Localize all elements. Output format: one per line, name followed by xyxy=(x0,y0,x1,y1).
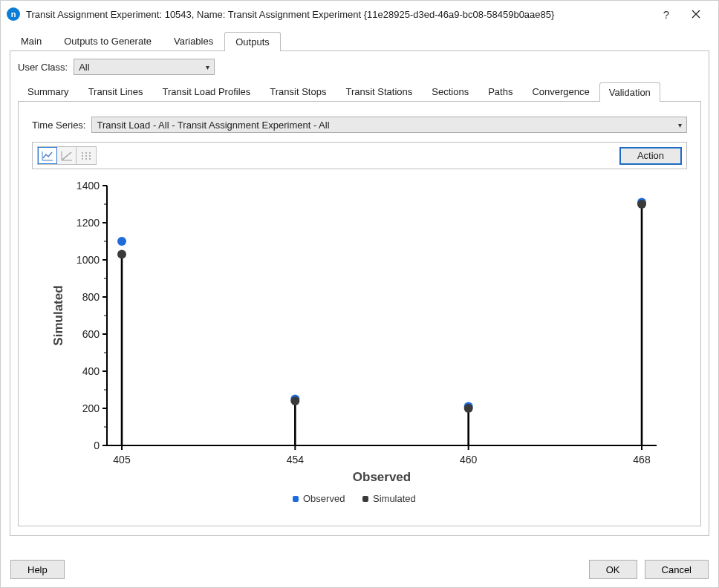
svg-point-1 xyxy=(85,152,87,154)
app-logo-icon: n xyxy=(7,7,20,21)
chart-view-line-button[interactable] xyxy=(38,147,57,164)
line-chart-icon xyxy=(42,151,53,161)
outer-tabs: MainOutputs to GenerateVariablesOutputs xyxy=(10,30,709,51)
help-window-button[interactable]: ? xyxy=(651,3,681,25)
inner-tab-transit-stops[interactable]: Transit Stops xyxy=(260,82,336,101)
time-series-value: Transit Load - All - Transit Assignment … xyxy=(97,120,329,131)
inner-tab-convergence[interactable]: Convergence xyxy=(522,82,599,101)
scatter-chart-icon xyxy=(61,151,73,161)
svg-point-3 xyxy=(82,155,83,157)
svg-text:454: 454 xyxy=(287,454,305,466)
close-icon xyxy=(692,10,700,19)
outer-tab-outputs[interactable]: Outputs xyxy=(224,32,281,51)
user-class-value: All xyxy=(79,62,89,73)
inner-tab-transit-stations[interactable]: Transit Stations xyxy=(336,82,422,101)
ok-button-label: OK xyxy=(606,564,620,575)
time-series-select[interactable]: Transit Load - All - Transit Assignment … xyxy=(91,117,687,133)
svg-rect-58 xyxy=(362,496,368,502)
svg-text:460: 460 xyxy=(460,454,478,466)
chart-view-scatter-button[interactable] xyxy=(57,147,77,164)
chart-toolbar: Action xyxy=(32,142,687,169)
svg-text:400: 400 xyxy=(82,365,100,377)
svg-text:Observed: Observed xyxy=(303,493,345,504)
svg-point-5 xyxy=(89,155,91,157)
svg-point-4 xyxy=(85,155,87,157)
ok-button[interactable]: OK xyxy=(589,560,637,579)
validation-chart: 0200400600800100012001400405454460468Obs… xyxy=(32,172,687,514)
svg-text:1000: 1000 xyxy=(77,254,100,266)
inner-tab-sections[interactable]: Sections xyxy=(422,82,478,101)
validation-panel: Time Series: Transit Load - All - Transi… xyxy=(18,102,701,526)
titlebar: n Transit Assignment Experiment: 10543, … xyxy=(1,1,718,27)
chevron-down-icon: ▾ xyxy=(206,63,209,71)
window-title: Transit Assignment Experiment: 10543, Na… xyxy=(26,9,651,20)
svg-point-8 xyxy=(89,158,91,160)
svg-text:1200: 1200 xyxy=(77,217,100,229)
svg-point-2 xyxy=(89,152,91,154)
cancel-button[interactable]: Cancel xyxy=(645,560,709,579)
svg-text:Simulated: Simulated xyxy=(373,493,416,504)
action-button-label: Action xyxy=(637,150,664,161)
cancel-button-label: Cancel xyxy=(662,564,692,575)
svg-point-48 xyxy=(117,237,126,246)
svg-point-53 xyxy=(290,396,299,405)
grid-icon xyxy=(81,151,91,160)
dialog-button-bar: Help OK Cancel xyxy=(0,551,719,588)
inner-tab-summary[interactable]: Summary xyxy=(18,82,79,101)
outer-tab-outputs-to-generate[interactable]: Outputs to Generate xyxy=(53,31,163,50)
svg-text:200: 200 xyxy=(82,402,100,414)
help-button[interactable]: Help xyxy=(10,560,65,579)
svg-text:405: 405 xyxy=(113,454,131,466)
chart-view-grid-button[interactable] xyxy=(77,147,96,164)
action-button[interactable]: Action xyxy=(619,147,682,165)
svg-point-7 xyxy=(85,158,87,160)
outer-tab-variables[interactable]: Variables xyxy=(163,31,224,50)
inner-tab-transit-load-profiles[interactable]: Transit Load Profiles xyxy=(153,82,261,101)
svg-text:0: 0 xyxy=(94,440,100,451)
svg-text:800: 800 xyxy=(82,291,100,303)
close-window-button[interactable] xyxy=(681,3,711,25)
outer-tab-main[interactable]: Main xyxy=(10,31,53,50)
user-class-label: User Class: xyxy=(18,62,68,73)
user-class-select[interactable]: All ▾ xyxy=(74,59,215,75)
time-series-label: Time Series: xyxy=(32,120,85,131)
chevron-down-icon: ▾ xyxy=(678,121,682,129)
inner-tab-transit-lines[interactable]: Transit Lines xyxy=(79,82,153,101)
svg-point-6 xyxy=(82,158,83,160)
outputs-panel: User Class: All ▾ SummaryTransit LinesTr… xyxy=(10,51,709,536)
help-button-label: Help xyxy=(27,564,48,575)
svg-point-52 xyxy=(117,250,126,259)
svg-rect-56 xyxy=(293,496,299,502)
svg-text:600: 600 xyxy=(82,328,100,340)
inner-tab-validation[interactable]: Validation xyxy=(599,82,660,102)
chart-svg: 0200400600800100012001400405454460468Obs… xyxy=(32,172,687,514)
svg-text:Observed: Observed xyxy=(353,470,411,484)
svg-point-55 xyxy=(637,200,646,209)
svg-text:Simulated: Simulated xyxy=(51,285,65,345)
inner-tabs: SummaryTransit LinesTransit Load Profile… xyxy=(18,81,701,102)
svg-point-0 xyxy=(82,152,83,154)
svg-text:468: 468 xyxy=(633,454,651,466)
chart-view-icon-group xyxy=(37,146,97,165)
svg-text:1400: 1400 xyxy=(77,180,100,192)
inner-tab-paths[interactable]: Paths xyxy=(478,82,522,101)
svg-point-54 xyxy=(464,404,473,413)
